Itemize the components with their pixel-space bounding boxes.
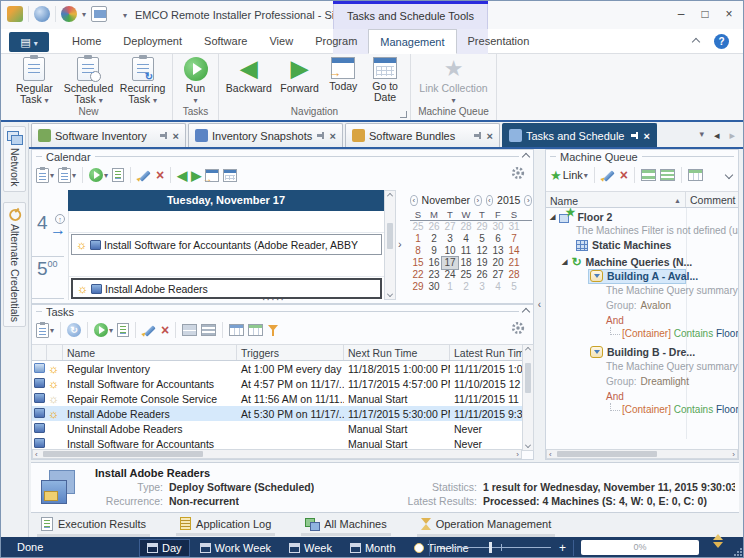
mini-calendar-day[interactable]: 9 <box>426 245 442 257</box>
resize-grip[interactable] <box>733 547 742 556</box>
mini-calendar-day[interactable]: 11 <box>458 245 474 257</box>
mini-calendar-day[interactable]: 6 <box>490 233 506 245</box>
tree-node-machine-queries[interactable]: ◢ ↻ Machine Queries (N... <box>562 255 692 269</box>
tab-program[interactable]: Program <box>304 29 368 54</box>
mini-calendar-day[interactable]: 25 <box>458 269 474 281</box>
column-name[interactable]: Name▲ <box>546 192 686 207</box>
day-view-grid[interactable]: ☼ Install Software for Accountants (Adob… <box>68 211 384 300</box>
pin-icon[interactable] <box>631 131 640 140</box>
network-scan-icon[interactable] <box>34 6 50 22</box>
tree-node-query-a[interactable]: Building A - Aval... <box>590 270 698 282</box>
tab-application-log[interactable]: Application Log <box>176 515 275 536</box>
tab-scroll-left-icon[interactable]: ◂ <box>714 129 720 142</box>
tab-presentation[interactable]: Presentation <box>457 29 541 54</box>
mini-calendar-day[interactable]: 29 <box>410 281 426 293</box>
zoom-out-button[interactable]: − <box>439 541 446 555</box>
doc-tab-software-inventory[interactable]: Software Inventory × <box>31 123 186 147</box>
edit-queue-icon[interactable] <box>601 168 616 183</box>
pin-icon[interactable] <box>160 131 169 140</box>
column-comment[interactable]: Comment <box>686 192 738 207</box>
maximize-button[interactable]: □ <box>693 4 717 24</box>
zoom-slider-thumb[interactable] <box>489 542 492 553</box>
task-row[interactable]: ☼Regular InventoryAt 1:00 PM every day11… <box>32 361 522 376</box>
link-collection-button[interactable]: ★ Link Collection▾ <box>414 56 493 106</box>
new-task-button[interactable]: ▾ <box>36 166 54 184</box>
mini-calendar-day[interactable]: 8 <box>410 245 426 257</box>
mini-calendar-day[interactable]: 1 <box>442 281 458 293</box>
delete-task-icon[interactable]: × <box>161 323 169 338</box>
collapse-calendar-icon[interactable] <box>522 152 530 160</box>
mini-calendar-day[interactable]: 4 <box>490 281 506 293</box>
collapse-tasks-icon[interactable] <box>522 307 530 315</box>
delete-queue-icon[interactable]: × <box>620 168 628 183</box>
column-name[interactable]: Name <box>63 345 237 360</box>
mini-calendar-day[interactable]: 13 <box>490 245 506 257</box>
help-icon[interactable]: ? <box>714 34 729 49</box>
mini-calendar-day[interactable]: 30 <box>490 221 506 233</box>
view-day-button[interactable]: Day <box>139 539 190 557</box>
mini-calendar-day[interactable]: 14 <box>506 245 522 257</box>
view-week-button[interactable]: Week <box>281 539 340 557</box>
close-button[interactable]: × <box>717 4 741 24</box>
year-next-button[interactable]: › <box>524 195 532 206</box>
minimize-button[interactable]: – <box>669 4 693 24</box>
mini-calendar-day[interactable]: 24 <box>442 269 458 281</box>
view-work-week-button[interactable]: Work Week <box>192 539 279 557</box>
pin-icon[interactable] <box>474 131 483 140</box>
tab-all-machines[interactable]: All Machines <box>301 516 390 536</box>
mini-calendar-expander-icon[interactable]: › <box>398 238 402 250</box>
task-report-button[interactable] <box>112 168 124 182</box>
link-button[interactable]: ★ Link ▾ <box>550 166 588 184</box>
mini-calendar-day[interactable]: 28 <box>506 269 522 281</box>
mini-calendar-day[interactable]: 4 <box>458 233 474 245</box>
doc-tab-tasks-and-schedule[interactable]: Tasks and Schedule × <box>502 123 657 147</box>
column-latest-run-time[interactable]: Latest Run Time <box>450 345 522 360</box>
tab-management[interactable]: Management <box>368 29 456 54</box>
tab-home[interactable]: Home <box>61 29 112 54</box>
mini-calendar-day[interactable]: 22 <box>410 269 426 281</box>
theme-palette-icon[interactable] <box>61 6 77 22</box>
run-button[interactable]: Run▾ <box>176 56 215 106</box>
goto-date-button[interactable]: Go to Date <box>363 56 407 103</box>
task-row[interactable]: ☼Install Software for AccountantsAt 4:57… <box>32 376 522 391</box>
table-view-icon[interactable] <box>248 324 263 336</box>
tree-node-floor[interactable]: ◢ Floor 2 <box>550 210 612 223</box>
mini-calendar-day[interactable]: 16 <box>426 257 442 269</box>
year-prev-button[interactable]: ‹ <box>486 195 494 206</box>
refresh-tasks-icon[interactable]: ↻ <box>67 323 81 337</box>
delete-task-icon[interactable]: × <box>156 168 164 183</box>
theme-dropdown-icon[interactable]: ▾ <box>82 10 86 19</box>
tab-list-dropdown-icon[interactable]: ▾ <box>699 129 704 142</box>
tab-view[interactable]: View <box>258 29 304 54</box>
calendar-settings-gear-icon[interactable] <box>511 166 525 180</box>
run-task-button[interactable]: ▾ <box>89 166 108 184</box>
list-view-icon[interactable] <box>660 169 675 181</box>
edit-task-icon[interactable] <box>137 168 152 183</box>
new-scheduled-task-button[interactable]: ▾ <box>58 166 76 184</box>
tasks-hscrollbar[interactable]: ‹› <box>32 449 522 459</box>
forward-day-icon[interactable]: ▶ <box>191 168 201 183</box>
month-next-button[interactable]: › <box>474 195 482 206</box>
tab-scroll-right-icon[interactable]: ▸ <box>729 129 735 142</box>
tree-node-query-b[interactable]: Building B - Dre... <box>590 346 695 358</box>
tree-node-static-machines[interactable]: Static Machines <box>576 239 671 251</box>
mini-calendar-day[interactable]: 23 <box>426 269 442 281</box>
column-next-run-time[interactable]: Next Run Time <box>344 345 450 360</box>
vertical-splitter[interactable]: ‹ <box>534 149 545 460</box>
month-prev-button[interactable]: ‹ <box>410 195 418 206</box>
regular-task-button[interactable]: Regular Task ▾ <box>8 56 61 106</box>
mini-calendar-day[interactable]: 5 <box>474 233 490 245</box>
calendar-event[interactable]: ☼ Install Software for Accountants (Adob… <box>71 234 382 255</box>
mini-calendar-day[interactable]: 12 <box>474 245 490 257</box>
mini-calendar-day[interactable]: 2 <box>426 233 442 245</box>
task-report-button[interactable] <box>117 323 129 337</box>
ribbon-collapse-icon[interactable] <box>692 38 700 46</box>
close-tab-icon[interactable]: × <box>487 130 493 142</box>
task-row[interactable]: ☼Install Adobe ReadersAt 5:30 PM on 11/1… <box>32 406 522 421</box>
mini-calendar-day[interactable]: 18 <box>458 257 474 269</box>
today-small-icon[interactable]: → <box>205 169 219 182</box>
tab-execution-results[interactable]: Execution Results <box>37 515 150 537</box>
mini-calendar-day[interactable]: 7 <box>506 233 522 245</box>
mini-calendar-day[interactable]: 27 <box>490 269 506 281</box>
mini-calendar-day[interactable]: 1 <box>410 233 426 245</box>
